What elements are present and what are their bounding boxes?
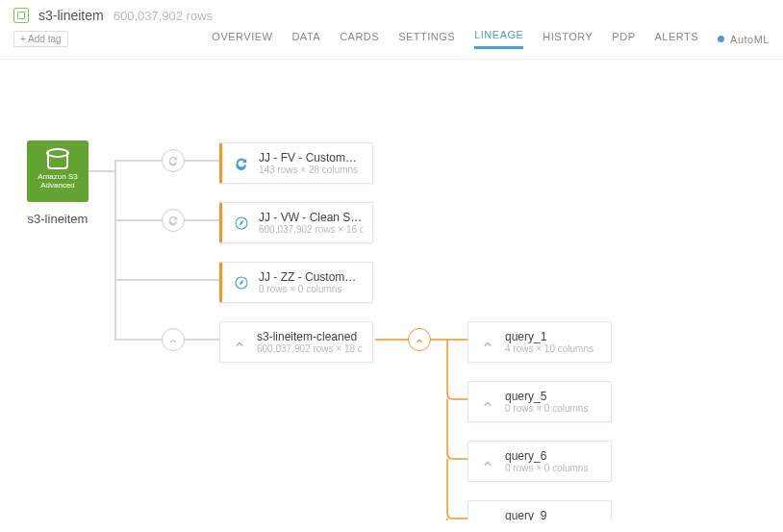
dataset-rowcount: 600,037,902 rows xyxy=(114,9,213,23)
lineage-edges xyxy=(0,60,783,520)
lineage-card-c1[interactable]: JJ - FV - Customers with 143 rows × 28 c… xyxy=(219,142,373,184)
card-title: JJ - VW - Clean S3 LineIt xyxy=(259,211,363,224)
refresh-icon xyxy=(232,154,251,173)
card-subtitle: 0 rows × 0 columns xyxy=(259,284,363,294)
source-node[interactable]: Amazon S3 Advanced s3-lineitem xyxy=(23,140,92,226)
card-subtitle: 600,037,902 rows × 16 columns xyxy=(259,224,363,235)
tab-pdp[interactable]: PDP xyxy=(612,31,635,48)
lineage-card-q9[interactable]: query_9 0 rows × 0 columns xyxy=(467,500,612,520)
compass-icon xyxy=(232,273,251,292)
dataset-icon xyxy=(13,8,29,23)
merge-icon xyxy=(478,512,497,521)
tab-cards[interactable]: CARDS xyxy=(340,31,379,48)
source-name: s3-lineitem xyxy=(23,212,92,226)
dataset-title: s3-lineitem xyxy=(38,8,104,23)
tab-history[interactable]: HISTORY xyxy=(543,31,593,48)
card-subtitle: 0 rows × 0 columns xyxy=(505,403,588,414)
tab-settings[interactable]: SETTINGS xyxy=(398,31,455,48)
card-title: query_9 xyxy=(505,509,588,520)
card-subtitle: 4 rows × 10 columns xyxy=(505,343,594,354)
card-subtitle: 143 rows × 28 columns xyxy=(259,165,363,175)
card-title: s3-lineitem-cleaned xyxy=(257,330,363,343)
lineage-card-q6[interactable]: query_6 0 rows × 0 columns xyxy=(467,441,612,482)
lineage-card-c4[interactable]: s3-lineitem-cleaned 600,037,902 rows × 1… xyxy=(219,321,373,363)
lineage-card-q1[interactable]: query_1 4 rows × 10 columns xyxy=(467,321,612,363)
automl-status-dot-icon xyxy=(718,36,724,42)
tab-lineage[interactable]: LINEAGE xyxy=(474,29,523,49)
tab-overview[interactable]: OVERVIEW xyxy=(212,31,272,48)
automl-button[interactable]: AutoML xyxy=(718,34,770,45)
refresh-icon xyxy=(166,154,180,167)
connector-node-2[interactable] xyxy=(162,209,185,232)
tab-data[interactable]: DATA xyxy=(291,31,320,48)
merge-icon xyxy=(413,333,426,346)
merge-icon xyxy=(166,333,180,346)
card-title: JJ - ZZ - Customer and ( xyxy=(259,270,363,284)
card-title: query_6 xyxy=(505,449,588,463)
refresh-icon xyxy=(166,214,180,227)
lineage-card-c3[interactable]: JJ - ZZ - Customer and ( 0 rows × 0 colu… xyxy=(219,262,373,303)
card-title: query_1 xyxy=(505,330,594,343)
merge-icon xyxy=(478,452,497,471)
compass-icon xyxy=(232,214,251,233)
lineage-card-c2[interactable]: JJ - VW - Clean S3 LineIt 600,037,902 ro… xyxy=(219,202,373,243)
merge-icon xyxy=(230,333,249,352)
merge-icon xyxy=(478,393,497,412)
bucket-icon xyxy=(47,152,68,169)
card-title: query_5 xyxy=(505,390,588,403)
connector-node-1[interactable] xyxy=(162,149,185,172)
card-title: JJ - FV - Customers with xyxy=(259,151,363,165)
connector-node-4[interactable] xyxy=(162,328,185,351)
merge-icon xyxy=(478,333,497,352)
tab-bar: OVERVIEW DATA CARDS SETTINGS LINEAGE HIS… xyxy=(212,29,770,49)
card-subtitle: 600,037,902 rows × 18 columns xyxy=(257,343,363,354)
automl-label: AutoML xyxy=(730,34,770,45)
add-tag-button[interactable]: + Add tag xyxy=(13,31,68,47)
lineage-card-q5[interactable]: query_5 0 rows × 0 columns xyxy=(467,381,612,422)
tab-alerts[interactable]: ALERTS xyxy=(654,31,698,48)
source-icon-box: Amazon S3 Advanced xyxy=(27,140,88,202)
lineage-canvas[interactable]: Amazon S3 Advanced s3-lineitem JJ - FV -… xyxy=(0,59,783,520)
source-vendor: Amazon S3 Advanced xyxy=(27,173,88,190)
connector-node-queries[interactable] xyxy=(408,328,431,351)
card-subtitle: 0 rows × 0 columns xyxy=(505,463,588,473)
